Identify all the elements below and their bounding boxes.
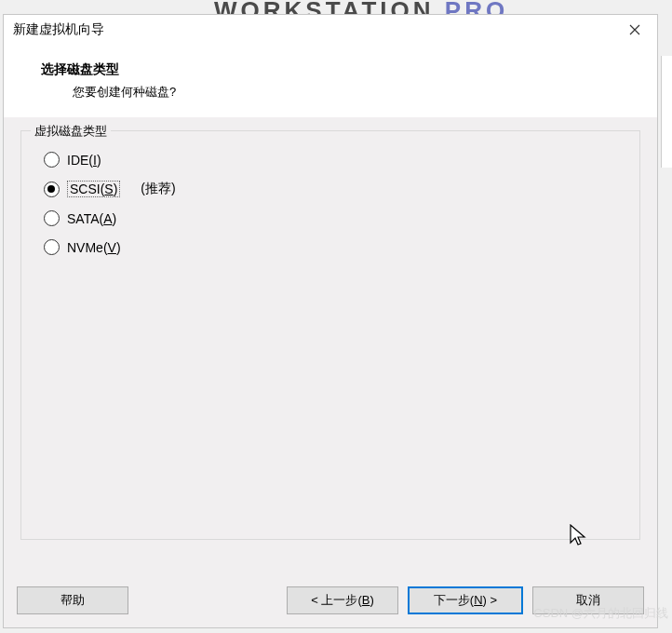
back-button[interactable]: < 上一步(B)	[287, 586, 398, 614]
radio-sata[interactable]	[44, 210, 60, 226]
radio-label-nvme[interactable]: NVMe(V)	[67, 240, 121, 255]
radio-scsi[interactable]	[44, 182, 60, 197]
window-title: 新建虚拟机向导	[13, 21, 104, 38]
next-button[interactable]: 下一步(N) >	[408, 586, 523, 614]
background-strip	[661, 56, 672, 168]
radio-nvme[interactable]	[44, 239, 60, 255]
wizard-dialog: 新建虚拟机向导 选择磁盘类型 您要创建何种磁盘? 虚拟磁盘类型 IDE(I) S…	[3, 14, 658, 628]
disk-type-group: 虚拟磁盘类型 IDE(I) SCSI(S) (推荐) SATA(A)	[20, 130, 640, 540]
step-subtitle: 您要创建何种磁盘?	[73, 84, 633, 101]
radio-ide[interactable]	[44, 152, 60, 168]
close-button[interactable]	[620, 20, 650, 40]
radio-option-sata[interactable]: SATA(A)	[44, 210, 625, 226]
help-button[interactable]: 帮助	[17, 586, 128, 614]
step-title: 选择磁盘类型	[41, 61, 633, 78]
radio-label-ide[interactable]: IDE(I)	[67, 153, 101, 168]
wizard-content: 虚拟磁盘类型 IDE(I) SCSI(S) (推荐) SATA(A)	[4, 117, 657, 577]
radio-option-ide[interactable]: IDE(I)	[44, 152, 625, 168]
radio-label-scsi[interactable]: SCSI(S)	[67, 181, 120, 197]
cancel-button[interactable]: 取消	[532, 586, 644, 614]
radio-label-sata[interactable]: SATA(A)	[67, 211, 116, 226]
recommended-tag: (推荐)	[141, 181, 175, 197]
group-legend: 虚拟磁盘类型	[31, 123, 111, 140]
wizard-footer: 帮助 < 上一步(B) 下一步(N) > 取消	[4, 577, 657, 627]
close-icon	[629, 24, 640, 35]
wizard-header: 选择磁盘类型 您要创建何种磁盘?	[4, 45, 657, 117]
radio-option-scsi[interactable]: SCSI(S) (推荐)	[44, 181, 625, 197]
radio-option-nvme[interactable]: NVMe(V)	[44, 239, 625, 255]
titlebar: 新建虚拟机向导	[4, 15, 657, 45]
